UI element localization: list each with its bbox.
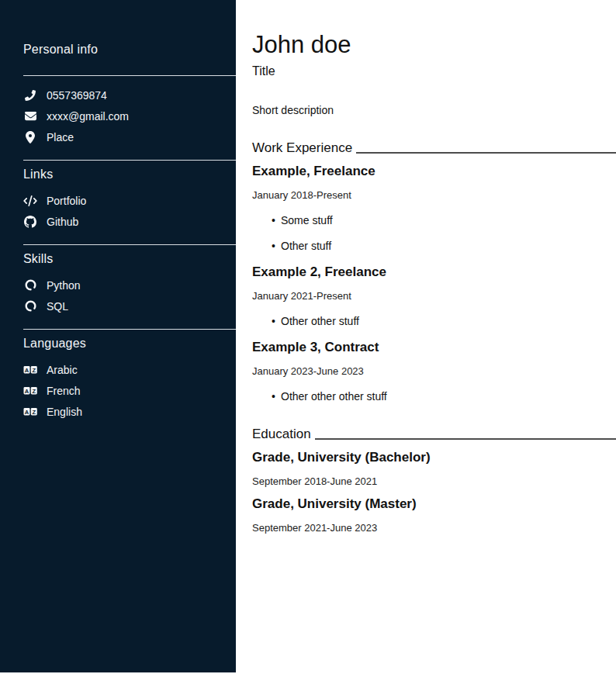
skills-list: Python SQL (23, 275, 236, 316)
education-entry: Grade, University (Bachelor) September 2… (252, 450, 616, 487)
language-icon: A Z (23, 365, 37, 375)
job-bullet-list: Other other stuff (252, 315, 616, 327)
language-row-arabic: A Z Arabic (23, 359, 236, 380)
skill-label: SQL (47, 300, 68, 313)
language-row-french: A Z French (23, 380, 236, 401)
languages-heading: Languages (23, 337, 236, 351)
degree-period: September 2018-June 2021 (252, 475, 616, 487)
phone-number: 0557369874 (47, 89, 107, 102)
circle-notch-icon (23, 279, 37, 291)
personal-info-heading: Personal info (23, 43, 236, 57)
circle-notch-icon (23, 300, 37, 312)
phone-icon (23, 90, 37, 101)
section-rule (315, 438, 616, 440)
sidebar-divider (23, 244, 236, 245)
contact-email-row: xxxx@gmail.com (23, 105, 236, 126)
job-bullet: Other other stuff (281, 315, 616, 327)
sidebar-divider (23, 160, 236, 161)
links-list: Portfolio Github (23, 190, 236, 232)
personal-info-list: 0557369874 xxxx@gmail.com Place (23, 85, 236, 147)
envelope-icon (23, 110, 37, 122)
short-description: Short description (252, 104, 616, 116)
svg-text:A: A (25, 387, 29, 394)
job-period: January 2018-Present (252, 189, 616, 201)
job-bullet-list: Other other other stuff (252, 390, 616, 403)
portfolio-link[interactable]: Portfolio (23, 190, 236, 211)
language-label: French (47, 385, 81, 397)
job-bullet: Other stuff (281, 240, 616, 252)
map-marker-icon (23, 131, 37, 143)
work-experience-entry: Example 3, Contract January 2023-June 20… (252, 340, 616, 403)
education-heading: Education (252, 427, 311, 442)
job-bullet: Some stuff (281, 214, 616, 226)
degree-title: Grade, University (Bachelor) (252, 450, 616, 465)
skills-heading: Skills (23, 252, 236, 266)
links-heading: Links (23, 168, 236, 181)
language-label: Arabic (47, 364, 78, 376)
skill-label: Python (47, 279, 81, 292)
github-link[interactable]: Github (23, 211, 236, 232)
code-icon (23, 195, 37, 206)
contact-phone-row: 0557369874 (23, 85, 236, 105)
portfolio-link-label: Portfolio (47, 195, 86, 207)
job-title: Example, Freelance (252, 164, 616, 179)
sidebar-divider (23, 329, 236, 330)
job-period: January 2023-June 2023 (252, 365, 616, 377)
place-label: Place (47, 131, 74, 143)
language-icon: A Z (23, 385, 37, 396)
language-label: English (47, 406, 82, 418)
education-entry: Grade, University (Master) September 202… (252, 496, 616, 534)
language-icon: A Z (23, 406, 37, 417)
work-experience-entry: Example 2, Freelance January 2021-Presen… (252, 264, 616, 327)
work-experience-entry: Example, Freelance January 2018-Present … (252, 164, 616, 252)
svg-text:Z: Z (33, 408, 36, 415)
job-period: January 2021-Present (252, 290, 616, 302)
languages-list: A Z Arabic A Z French (23, 359, 236, 422)
svg-text:A: A (25, 408, 29, 415)
svg-text:Z: Z (33, 387, 36, 394)
job-title: Example 2, Freelance (252, 264, 616, 280)
job-bullet: Other other other stuff (281, 390, 616, 403)
job-title: Example 3, Contract (252, 340, 616, 355)
contact-place-row: Place (23, 126, 236, 147)
svg-text:A: A (25, 366, 29, 373)
language-row-english: A Z English (23, 401, 236, 422)
sidebar-divider (23, 75, 236, 76)
github-link-label: Github (47, 216, 78, 228)
skill-row-python: Python (23, 275, 236, 296)
resume-body: John doe Title Short description Work Ex… (236, 0, 616, 674)
email-address: xxxx@gmail.com (47, 110, 129, 123)
svg-text:Z: Z (33, 366, 36, 373)
work-experience-heading: Work Experience (252, 140, 352, 156)
sidebar: Personal info 0557369874 xxxx@gmail.com (0, 0, 236, 672)
github-icon (23, 216, 37, 228)
skill-row-sql: SQL (23, 296, 236, 316)
work-experience-section-header: Work Experience (252, 140, 616, 156)
person-title: Title (252, 64, 616, 78)
job-bullet-list: Some stuff Other stuff (252, 214, 616, 252)
education-section-header: Education (252, 427, 616, 442)
degree-period: September 2021-June 2023 (252, 522, 616, 534)
person-name: John doe (252, 33, 616, 58)
degree-title: Grade, University (Master) (252, 496, 616, 512)
section-rule (356, 152, 616, 154)
